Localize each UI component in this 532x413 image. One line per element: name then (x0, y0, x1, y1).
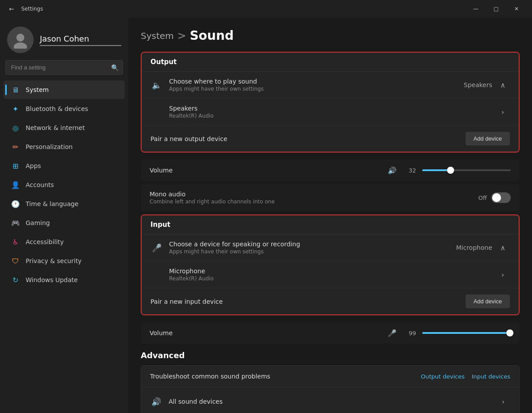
input-section: Input 🎤 Choose a device for speaking or … (141, 214, 520, 315)
sidebar-item-windows-update[interactable]: ↻ Windows Update (4, 271, 125, 289)
add-input-device-button[interactable]: Add device (466, 294, 510, 308)
toggle-knob (492, 193, 501, 202)
sidebar-item-gaming[interactable]: 🎮 Gaming (4, 214, 125, 232)
nav-label-bluetooth: Bluetooth & devices (26, 105, 88, 112)
advanced-title: Advanced (141, 351, 520, 360)
input-slider-thumb[interactable] (506, 329, 513, 337)
choose-input-row[interactable]: 🎤 Choose a device for speaking or record… (142, 234, 519, 261)
nav-icon-windows-update: ↻ (11, 275, 20, 285)
svg-point-1 (14, 42, 27, 49)
sidebar-item-privacy[interactable]: 🛡 Privacy & security (4, 252, 125, 270)
speakers-row[interactable]: Speakers Realtek(R) Audio › (142, 99, 519, 126)
minimize-button[interactable]: — (466, 0, 486, 18)
mic-icon: 🎤 (150, 241, 163, 254)
input-chevron-up[interactable]: ∧ (496, 241, 510, 255)
nav-icon-system: 🖥 (11, 85, 20, 95)
choose-input-title: Choose a device for speaking or recordin… (169, 241, 450, 248)
main-content: System > Sound Output 🔈 Choose where to … (128, 18, 532, 413)
all-sound-chevron[interactable]: › (496, 394, 510, 409)
speakers-sub: Realtek(R) Audio (169, 113, 490, 119)
nav-icon-apps: ⊞ (11, 161, 20, 171)
microphone-text: Microphone Realtek(R) Audio (150, 268, 490, 282)
output-slider-thumb[interactable] (447, 167, 454, 174)
add-output-device-button[interactable]: Add device (466, 132, 510, 145)
microphone-row[interactable]: Microphone Realtek(R) Audio › (142, 261, 519, 288)
mic-chevron[interactable]: › (496, 268, 510, 282)
nav-label-network: Network & internet (26, 124, 85, 131)
nav-label-accounts: Accounts (26, 181, 54, 188)
nav-label-apps: Apps (26, 162, 41, 169)
sidebar-item-network[interactable]: ◎ Network & internet (4, 119, 125, 137)
pair-output-row: Pair a new output device Add device (142, 126, 519, 152)
volume-output-icon: 🔊 (387, 166, 397, 175)
all-sound-row[interactable]: 🔊 All sound devices › (141, 387, 519, 413)
close-button[interactable]: ✕ (506, 0, 527, 18)
nav-active-indicator (5, 84, 7, 95)
breadcrumb-current: Sound (190, 28, 234, 43)
mono-right: Off (478, 192, 511, 203)
output-volume-slider[interactable] (422, 166, 511, 175)
nav-icon-personalization: ✏ (11, 142, 20, 152)
nav-icon-accessibility: ♿ (11, 237, 20, 247)
pair-output-text: Pair a new output device (150, 135, 459, 142)
mono-title: Mono audio (150, 191, 472, 198)
search-input[interactable] (5, 60, 123, 75)
choose-input-right: Microphone ∧ (456, 241, 510, 255)
speakers-chevron[interactable]: › (496, 105, 510, 119)
input-devices-link[interactable]: Input devices (472, 373, 510, 380)
output-header: Output (142, 53, 519, 72)
sidebar-item-system[interactable]: 🖥 System (4, 80, 125, 99)
input-volume-slider[interactable] (422, 329, 511, 337)
mono-text: Mono audio Combine left and right audio … (150, 191, 472, 205)
mic-sub: Realtek(R) Audio (169, 275, 490, 282)
troubleshoot-links: Output devices Input devices (421, 373, 510, 380)
input-header: Input (142, 215, 519, 234)
nav-label-gaming: Gaming (26, 219, 50, 226)
sidebar-item-accessibility[interactable]: ♿ Accessibility (4, 233, 125, 251)
troubleshoot-row: Troubleshoot common sound problems Outpu… (141, 366, 519, 387)
nav-label-accessibility: Accessibility (26, 238, 64, 245)
mono-audio-row: Mono audio Combine left and right audio … (141, 184, 520, 211)
user-name: Jason Cohen (40, 34, 121, 46)
nav-icon-gaming: 🎮 (11, 218, 20, 228)
input-slider-track (422, 332, 511, 334)
titlebar: ← Settings — □ ✕ (0, 0, 532, 18)
output-devices-link[interactable]: Output devices (421, 373, 465, 380)
nav-icon-time: 🕐 (11, 199, 20, 209)
input-volume-value: 99 (404, 330, 416, 337)
output-slider-track (422, 169, 511, 171)
svg-point-0 (16, 34, 24, 42)
pair-output-title: Pair a new output device (150, 135, 459, 142)
choose-output-row[interactable]: 🔈 Choose where to play sound Apps might … (142, 72, 519, 99)
input-device-value: Microphone (456, 244, 493, 251)
sidebar-item-time[interactable]: 🕐 Time & language (4, 195, 125, 213)
window-controls: — □ ✕ (466, 0, 527, 18)
mono-toggle[interactable] (491, 192, 511, 203)
nav-label-time: Time & language (26, 200, 78, 207)
sidebar-item-bluetooth[interactable]: ✦ Bluetooth & devices (4, 99, 125, 118)
choose-output-sub: Apps might have their own settings (169, 86, 458, 92)
back-button[interactable]: ← (5, 3, 18, 15)
sidebar-item-apps[interactable]: ⊞ Apps (4, 157, 125, 175)
titlebar-title: Settings (21, 6, 466, 12)
sidebar-item-accounts[interactable]: 👤 Accounts (4, 176, 125, 194)
output-chevron-up[interactable]: ∧ (496, 78, 510, 92)
output-section: Output 🔈 Choose where to play sound Apps… (141, 52, 520, 153)
input-volume-label: Volume (150, 329, 381, 337)
advanced-section: Advanced Troubleshoot common sound probl… (141, 351, 520, 413)
choose-input-sub: Apps might have their own settings (169, 249, 450, 255)
nav-label-personalization: Personalization (26, 143, 73, 150)
maximize-button[interactable]: □ (486, 0, 506, 18)
nav-icon-network: ◎ (11, 123, 20, 133)
nav-label-windows-update: Windows Update (26, 276, 78, 283)
pair-input-text: Pair a new input device (150, 298, 459, 305)
mic-title: Microphone (169, 268, 490, 275)
avatar (7, 27, 34, 53)
choose-output-right: Speakers ∧ (464, 78, 510, 92)
nav-list: 🖥 System ✦ Bluetooth & devices ◎ Network… (0, 80, 128, 290)
sidebar-item-personalization[interactable]: ✏ Personalization (4, 138, 125, 156)
nav-label-system: System (26, 86, 49, 93)
output-slider-fill (422, 169, 451, 171)
troubleshoot-label: Troubleshoot common sound problems (150, 373, 421, 380)
speakers-title: Speakers (169, 105, 490, 112)
